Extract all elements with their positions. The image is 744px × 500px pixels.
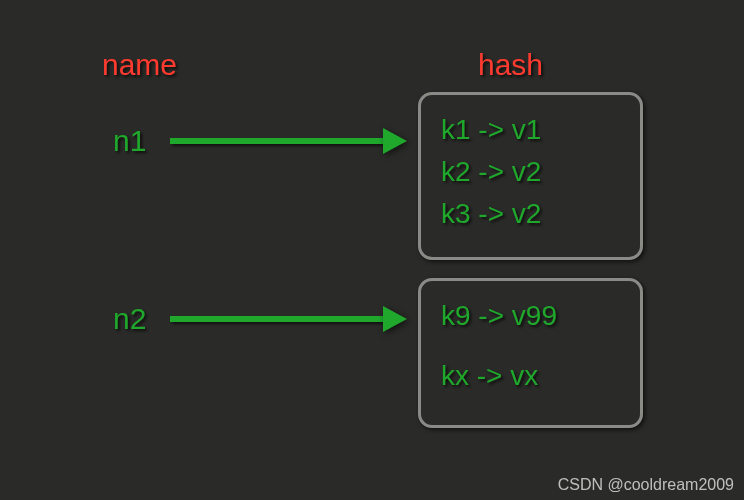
hash-box-n2: k9 -> v99 kx -> vx [418, 278, 643, 428]
hash-box-n1: k1 -> v1 k2 -> v2 k3 -> v2 [418, 92, 643, 260]
hash-entry: kx -> vx [441, 355, 620, 397]
hash-entry: k3 -> v2 [441, 193, 620, 235]
hash-entry: k2 -> v2 [441, 151, 620, 193]
arrow-icon [170, 138, 385, 144]
hash-entry: k9 -> v99 [441, 295, 620, 337]
name-label-n1: n1 [113, 124, 146, 158]
name-label-n2: n2 [113, 302, 146, 336]
watermark-text: CSDN @cooldream2009 [558, 476, 734, 494]
hash-entry: k1 -> v1 [441, 109, 620, 151]
column-header-hash: hash [478, 48, 543, 82]
column-header-name: name [102, 48, 177, 82]
arrow-icon [170, 316, 385, 322]
